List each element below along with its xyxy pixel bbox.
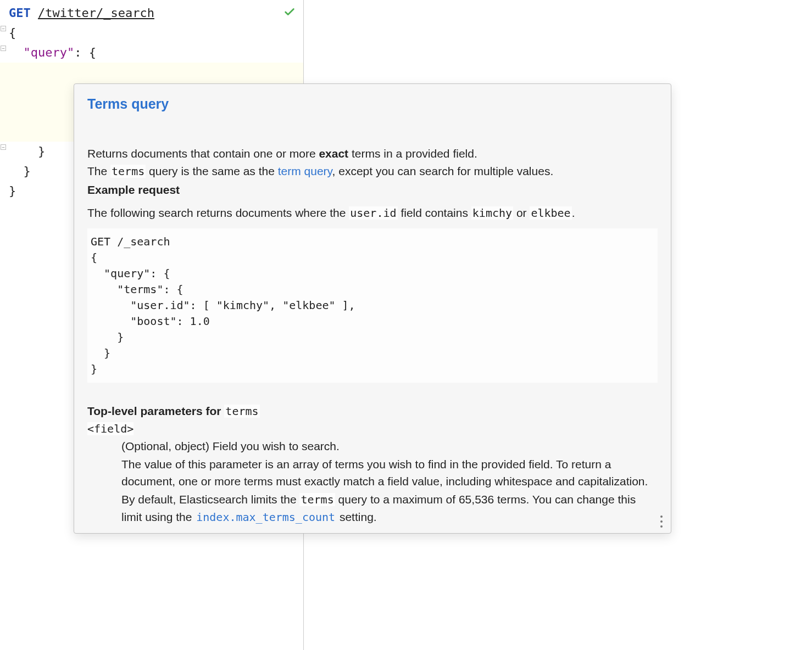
doc-intro-line1: Returns documents that contain one or mo… <box>87 145 658 162</box>
more-options-icon[interactable] <box>657 514 666 529</box>
term-query-link[interactable]: term query <box>278 165 332 177</box>
example-code-block[interactable]: GET /_search { "query": { "terms": { "us… <box>87 228 658 383</box>
param-desc-3: By default, Elasticsearch limits the ter… <box>121 491 658 526</box>
code-line[interactable]: { <box>0 23 303 43</box>
doc-title: Terms query <box>87 96 658 112</box>
param-field-name: <field> <box>87 422 134 435</box>
request-url: /twitter/_search <box>38 6 154 20</box>
param-desc-1: (Optional, object) Field you wish to sea… <box>121 438 658 455</box>
param-desc-2: The value of this parameter is an array … <box>121 456 658 490</box>
example-request-heading: Example request <box>87 181 658 199</box>
lightbulb-icon[interactable] <box>11 66 22 77</box>
doc-intro-line2: The terms query is the same as the term … <box>87 162 658 180</box>
http-method: GET <box>9 6 31 20</box>
documentation-popup: Terms query Returns documents that conta… <box>74 83 671 534</box>
code-line[interactable]: "query": { <box>0 43 303 63</box>
index-max-terms-count-link[interactable]: index.max_terms_count <box>195 511 336 524</box>
example-description: The following search returns documents w… <box>87 204 658 222</box>
parameters-heading: Top-level parameters for terms <box>87 402 658 420</box>
code-line[interactable]: GET /twitter/_search <box>0 3 303 23</box>
